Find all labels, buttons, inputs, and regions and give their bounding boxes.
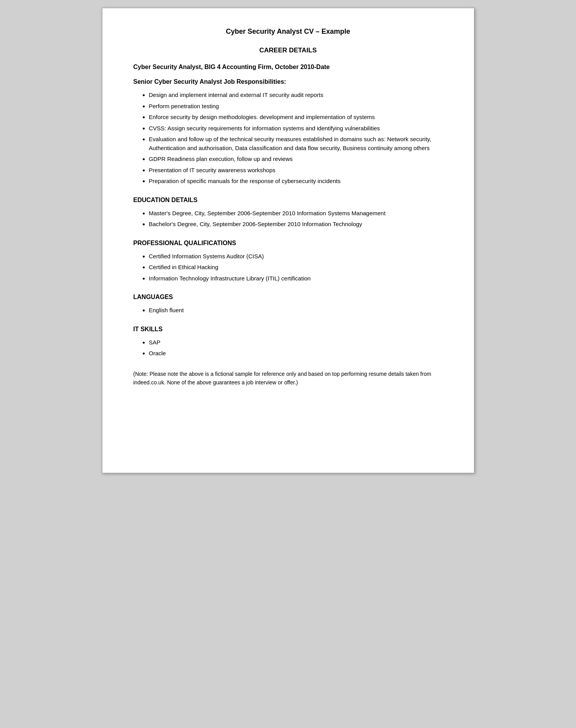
- qualifications-list: Certified Information Systems Auditor (C…: [133, 252, 443, 283]
- list-item: Enforce security by design methodologies…: [149, 113, 443, 122]
- list-item: Oracle: [149, 349, 443, 358]
- list-item: SAP: [149, 338, 443, 347]
- doc-title: Cyber Security Analyst CV – Example: [133, 28, 443, 36]
- list-item: Presentation of IT security awareness wo…: [149, 166, 443, 175]
- education-heading: EDUCATION DETAILS: [133, 197, 443, 204]
- list-item: Certified Information Systems Auditor (C…: [149, 252, 443, 261]
- qualifications-heading: PROFESSIONAL QUALIFICATIONS: [133, 240, 443, 247]
- cv-page: Cyber Security Analyst CV – Example CARE…: [102, 8, 474, 473]
- it-skills-section: IT SKILLS SAP Oracle: [133, 326, 443, 358]
- list-item: English fluent: [149, 306, 443, 315]
- list-item: Perform penetration testing: [149, 102, 443, 111]
- senior-heading: Senior Cyber Security Analyst Job Respon…: [133, 78, 443, 85]
- list-item: Evaluation and follow up of the technica…: [149, 135, 443, 152]
- list-item: Preparation of specific manuals for the …: [149, 177, 443, 186]
- list-item: Master's Degree, City, September 2006-Se…: [149, 209, 443, 218]
- job-title-line: Cyber Security Analyst, BIG 4 Accounting…: [133, 64, 443, 71]
- list-item: Design and implement internal and extern…: [149, 91, 443, 100]
- list-item: GDPR Readiness plan execution, follow up…: [149, 155, 443, 164]
- it-skills-heading: IT SKILLS: [133, 326, 443, 333]
- it-skills-list: SAP Oracle: [133, 338, 443, 358]
- list-item: Bachelor's Degree, City, September 2006-…: [149, 220, 443, 229]
- list-item: Certified in Ethical Hacking: [149, 263, 443, 272]
- education-section: EDUCATION DETAILS Master's Degree, City,…: [133, 197, 443, 229]
- languages-section: LANGUAGES English fluent: [133, 294, 443, 315]
- list-item: Information Technology Infrastructure Li…: [149, 274, 443, 283]
- note-text: (Note: Please note the above is a fictio…: [133, 370, 443, 387]
- job-section: Cyber Security Analyst, BIG 4 Accounting…: [133, 64, 443, 186]
- qualifications-section: PROFESSIONAL QUALIFICATIONS Certified In…: [133, 240, 443, 283]
- responsibilities-list: Design and implement internal and extern…: [133, 91, 443, 186]
- languages-list: English fluent: [133, 306, 443, 315]
- education-list: Master's Degree, City, September 2006-Se…: [133, 209, 443, 229]
- languages-heading: LANGUAGES: [133, 294, 443, 301]
- list-item: CVSS: Assign security requirements for i…: [149, 124, 443, 133]
- career-details-heading: CAREER DETAILS: [133, 47, 443, 54]
